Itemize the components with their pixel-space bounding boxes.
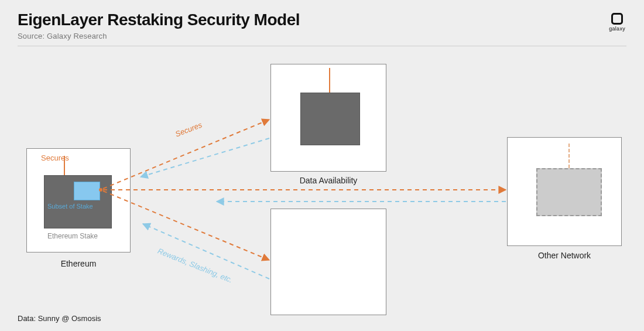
logo-text: galaxy (609, 26, 625, 32)
subset-of-stake-label: Subset of Stake (47, 203, 93, 210)
edge-label-rewards: Rewards, Slashing, etc. (156, 247, 234, 285)
logo: galaxy (609, 13, 625, 32)
ethereum-stake-label: Ethereum Stake (47, 232, 98, 240)
secures-label: Secures (41, 153, 69, 162)
node-data-availability-label: Data Availability (270, 176, 386, 185)
header-divider (18, 46, 626, 46)
header: EigenLayer Restaking Security Model Sour… (18, 11, 626, 40)
page-title: EigenLayer Restaking Security Model (18, 11, 626, 29)
footer-credit: Data: Sunny @ Osmosis (18, 314, 101, 323)
edge-rewards-from-da (141, 138, 269, 177)
node-other-network-label: Other Network (507, 251, 622, 260)
da-secures-connector (329, 68, 330, 93)
node-ethereum: Secures Subset of Stake Ethereum Stake (26, 148, 131, 252)
node-other-network (507, 137, 622, 246)
subset-of-stake-box (74, 182, 100, 200)
node-middle-blank (270, 209, 386, 315)
other-inner-box (536, 168, 602, 216)
source-line: Source: Galaxy Research (18, 32, 626, 40)
node-ethereum-label: Ethereum (26, 259, 131, 268)
edge-label-secures: Secures (174, 120, 203, 138)
node-data-availability (270, 64, 386, 172)
diagram-canvas: EigenLayer Restaking Security Model Sour… (0, 0, 644, 331)
da-inner-box (300, 93, 360, 145)
other-connector (568, 144, 570, 168)
logo-icon (611, 13, 623, 25)
